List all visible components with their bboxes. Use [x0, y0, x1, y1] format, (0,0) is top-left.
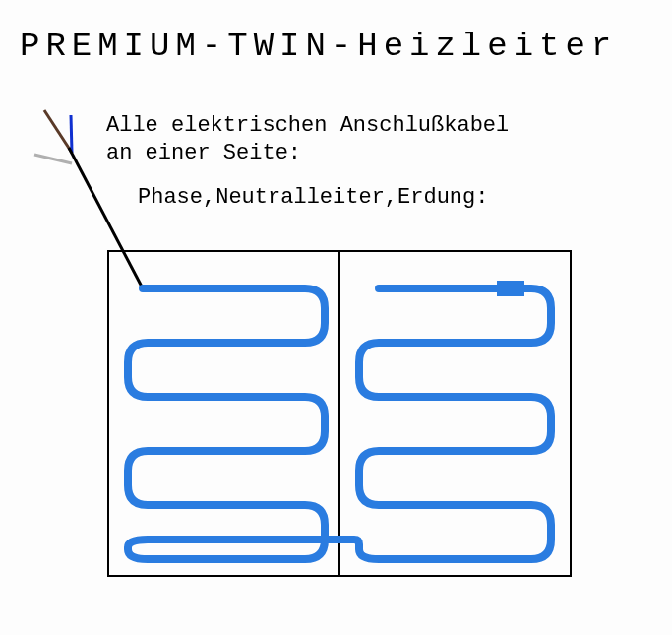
lead-wire-grey — [34, 155, 72, 163]
lead-wire-brown — [44, 110, 72, 153]
heating-cable-end-cap — [497, 281, 524, 296]
cold-lead-black — [69, 148, 143, 288]
lead-wire-blue — [71, 115, 72, 153]
heating-mat-diagram — [0, 0, 672, 635]
